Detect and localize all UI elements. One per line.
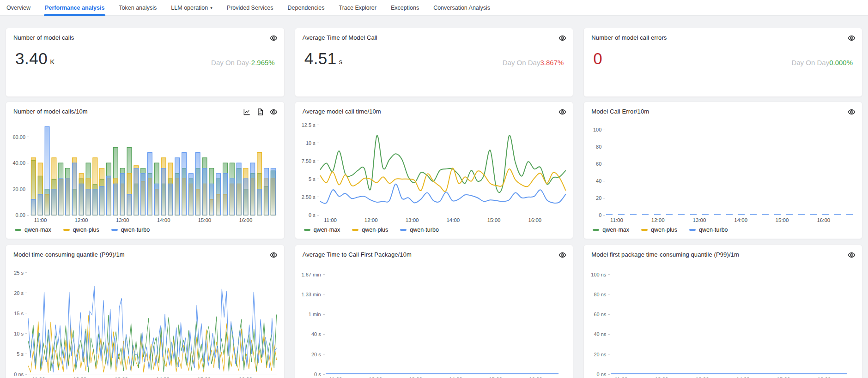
day-on-day-value: 0.000% bbox=[829, 59, 853, 66]
tab-conversation-analysis[interactable]: Conversation Analysis bbox=[433, 0, 490, 15]
legend-item-qwen-turbo[interactable]: qwen-turbo bbox=[689, 227, 728, 233]
tab-exceptions[interactable]: Exceptions bbox=[391, 0, 419, 15]
legend-swatch bbox=[63, 229, 70, 231]
tab-bar: Overview Performance analysis Token anal… bbox=[0, 0, 868, 16]
eye-icon[interactable] bbox=[558, 251, 566, 259]
legend-swatch bbox=[15, 229, 21, 231]
tab-label: Exceptions bbox=[391, 5, 419, 11]
legend-label: qwen-max bbox=[602, 227, 629, 233]
kpi-card-call-errors: Number of model call errors 0 Day On Day… bbox=[583, 28, 862, 97]
legend-label: qwen-plus bbox=[73, 227, 99, 233]
tab-label: Dependencies bbox=[288, 5, 325, 11]
day-on-day: Day On Day-2.965% bbox=[211, 59, 275, 66]
dashboard: Number of model calls 3.40K Day On Day-2… bbox=[0, 28, 868, 378]
legend-swatch bbox=[689, 229, 696, 231]
chart-legend: qwen-maxqwen-plusqwen-turbo bbox=[295, 224, 573, 239]
eye-icon[interactable] bbox=[558, 34, 566, 42]
legend-label: qwen-max bbox=[314, 227, 340, 233]
legend-item-qwen-turbo[interactable]: qwen-turbo bbox=[400, 227, 439, 233]
chart-card-first-package-p99-1m: Model first package time-consuming quant… bbox=[583, 245, 862, 378]
eye-icon[interactable] bbox=[848, 34, 856, 42]
kpi-value: 4.51s bbox=[304, 50, 343, 66]
kpi-value: 3.40K bbox=[15, 50, 55, 66]
model-calls-bar-chart[interactable]: 0.0020.0040.0060.0011:0012:0013:0014:001… bbox=[7, 121, 277, 224]
tab-label: Trace Explorer bbox=[339, 5, 376, 11]
eye-icon[interactable] bbox=[270, 251, 278, 259]
legend-swatch bbox=[352, 229, 358, 231]
chart-row-2: Model time-consuming quantile (P99)/1m 0… bbox=[6, 245, 862, 378]
legend-label: qwen-turbo bbox=[410, 227, 439, 233]
chart-legend: qwen-maxqwen-plusqwen-turbo bbox=[584, 224, 862, 239]
eye-icon[interactable] bbox=[848, 108, 856, 116]
tab-trace-explorer[interactable]: Trace Explorer bbox=[339, 0, 376, 15]
legend-swatch bbox=[111, 229, 118, 231]
chart-card-first-package-avg-10m: Average Time to Call First Package/10m 0… bbox=[295, 245, 574, 378]
eye-icon[interactable] bbox=[270, 108, 278, 116]
tab-label: Performance analysis bbox=[45, 5, 104, 11]
chart-card-p99-quantile-1m: Model time-consuming quantile (P99)/1m 0… bbox=[6, 245, 285, 378]
legend-item-qwen-max[interactable]: qwen-max bbox=[15, 227, 51, 233]
tab-token-analysis[interactable]: Token analysis bbox=[119, 0, 157, 15]
legend-label: qwen-turbo bbox=[121, 227, 150, 233]
tab-provided-services[interactable]: Provided Services bbox=[227, 0, 273, 15]
tab-label: LLM operation bbox=[171, 5, 208, 11]
legend-label: qwen-plus bbox=[651, 227, 677, 233]
card-title: Average model call time/10m bbox=[303, 108, 381, 115]
day-on-day-value: -2.965% bbox=[249, 59, 275, 66]
tab-llm-operation[interactable]: LLM operation▾ bbox=[171, 0, 212, 15]
legend-label: qwen-plus bbox=[362, 227, 388, 233]
day-on-day-value: 3.867% bbox=[540, 59, 564, 66]
tab-dependencies[interactable]: Dependencies bbox=[288, 0, 325, 15]
card-title: Model time-consuming quantile (P99)/1m bbox=[13, 251, 125, 258]
legend-swatch bbox=[400, 229, 407, 231]
chevron-down-icon: ▾ bbox=[210, 6, 212, 10]
card-title: Average Time of Model Call bbox=[303, 34, 377, 41]
kpi-value: 0 bbox=[593, 50, 605, 66]
card-title: Average Time to Call First Package/10m bbox=[303, 251, 412, 258]
legend-item-qwen-max[interactable]: qwen-max bbox=[593, 227, 629, 233]
tab-performance-analysis[interactable]: Performance analysis bbox=[45, 0, 104, 15]
legend-item-qwen-plus[interactable]: qwen-plus bbox=[641, 227, 677, 233]
document-icon[interactable] bbox=[256, 108, 264, 116]
legend-swatch bbox=[593, 229, 599, 231]
first-package-p99-chart[interactable]: 0 ns20 ns40 ns60 ns80 ns100 ns11:0012:00… bbox=[585, 264, 855, 378]
day-on-day: Day On Day0.000% bbox=[791, 59, 853, 66]
tab-label: Overview bbox=[6, 5, 30, 11]
legend-swatch bbox=[304, 229, 310, 231]
chart-card-avg-call-time-10m: Average model call time/10m 0 s2.50 s5 s… bbox=[295, 102, 574, 239]
eye-icon[interactable] bbox=[270, 34, 278, 42]
kpi-row: Number of model calls 3.40K Day On Day-2… bbox=[6, 28, 862, 97]
legend-item-qwen-plus[interactable]: qwen-plus bbox=[352, 227, 388, 233]
eye-icon[interactable] bbox=[558, 108, 566, 116]
legend-swatch bbox=[641, 229, 648, 231]
legend-label: qwen-max bbox=[24, 227, 51, 233]
legend-item-qwen-max[interactable]: qwen-max bbox=[304, 227, 340, 233]
legend-item-qwen-turbo[interactable]: qwen-turbo bbox=[111, 227, 150, 233]
legend-item-qwen-plus[interactable]: qwen-plus bbox=[63, 227, 99, 233]
card-title: Number of model calls/10m bbox=[13, 108, 88, 115]
card-title: Model Call Error/10m bbox=[591, 108, 649, 115]
chart-row-1: Number of model calls/10m 0.0020.0040.00… bbox=[6, 102, 862, 239]
tab-label: Provided Services bbox=[227, 5, 273, 11]
call-error-chart[interactable]: 02040608010011:0012:0013:0014:0015:0016:… bbox=[585, 121, 855, 224]
card-title: Model first package time-consuming quant… bbox=[591, 251, 739, 258]
chart-card-model-calls-10m: Number of model calls/10m 0.0020.0040.00… bbox=[6, 102, 285, 239]
tab-label: Conversation Analysis bbox=[433, 5, 490, 11]
tab-overview[interactable]: Overview bbox=[6, 0, 30, 15]
day-on-day: Day On Day3.867% bbox=[503, 59, 564, 66]
card-title: Number of model calls bbox=[13, 34, 74, 41]
p99-quantile-chart[interactable]: 0 ns5 s10 s15 s20 s25 s11:0012:0013:0014… bbox=[7, 264, 277, 378]
tab-label: Token analysis bbox=[119, 5, 157, 11]
kpi-card-model-calls: Number of model calls 3.40K Day On Day-2… bbox=[6, 28, 285, 97]
line-chart-icon[interactable] bbox=[243, 108, 251, 116]
legend-label: qwen-turbo bbox=[699, 227, 728, 233]
card-title: Number of model call errors bbox=[591, 34, 667, 41]
chart-card-call-error-10m: Model Call Error/10m 02040608010011:0012… bbox=[583, 102, 862, 239]
chart-legend: qwen-maxqwen-plusqwen-turbo bbox=[6, 224, 284, 239]
kpi-card-avg-call-time: Average Time of Model Call 4.51s Day On … bbox=[295, 28, 574, 97]
avg-call-time-line-chart[interactable]: 0 s2.50 s5 s7.50 s10 s12.5 s11:0012:0013… bbox=[296, 121, 566, 224]
eye-icon[interactable] bbox=[848, 251, 856, 259]
first-package-avg-chart[interactable]: 0 s20 s40 s1 min1.33 min1.67 min11:0012:… bbox=[296, 264, 566, 378]
